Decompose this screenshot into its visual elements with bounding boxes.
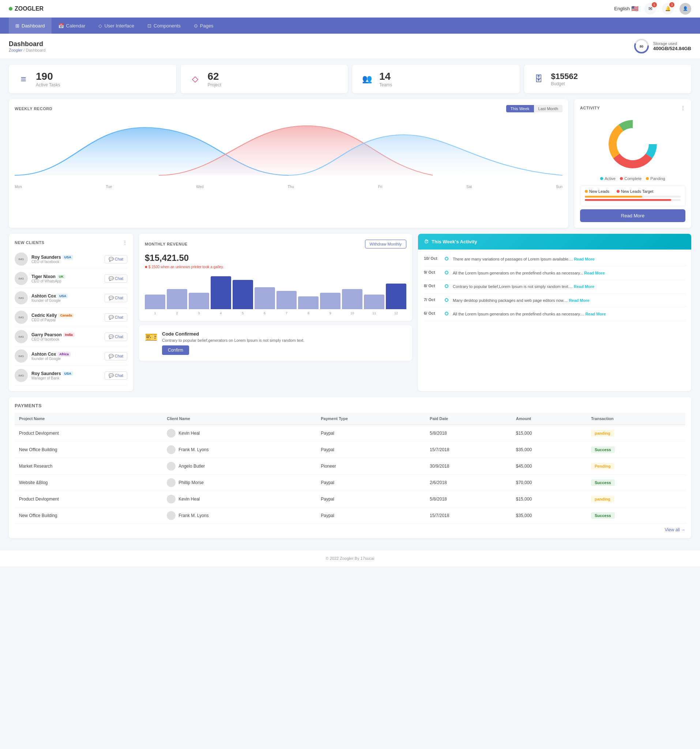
svg-text:80: 80 bbox=[640, 44, 643, 48]
nav-user-interface[interactable]: ◇ User Interface bbox=[92, 18, 141, 34]
weekly-header: WEEKLY RECORD This Week Last Month bbox=[15, 105, 563, 112]
table-row: New Office Building Frank M. Lyons Paypa… bbox=[15, 507, 685, 524]
mail-button[interactable]: ✉ 5 bbox=[644, 3, 656, 15]
logo-icon bbox=[9, 7, 12, 11]
activity-text-5: All the Lorem Ipsum generators on the pr… bbox=[453, 311, 606, 317]
bar-12 bbox=[386, 284, 406, 309]
stat-tasks-value: 190 bbox=[36, 70, 60, 83]
chat-btn-2[interactable]: 💬 Chat bbox=[105, 274, 127, 283]
new-leads-target-label: New Leads Target bbox=[621, 189, 653, 194]
country-badge-5: India bbox=[63, 333, 75, 337]
stat-budget-label: Budget bbox=[551, 81, 578, 86]
chat-btn-3[interactable]: 💬 Chat bbox=[105, 294, 127, 302]
flag-icon: 🇺🇸 bbox=[631, 5, 639, 12]
bar-11 bbox=[364, 295, 384, 309]
nav-pages[interactable]: ⊙ Pages bbox=[187, 18, 220, 34]
cell-client: Phillip Morse bbox=[162, 475, 316, 491]
cell-amount: $15,000 bbox=[512, 425, 587, 442]
nav-dashboard[interactable]: ⊞ Dashboard bbox=[9, 18, 52, 34]
col-transaction: Transaction bbox=[587, 413, 685, 425]
calendar-nav-icon: 📅 bbox=[58, 23, 64, 29]
this-week-title: This Week's Activity bbox=[432, 239, 477, 245]
this-week-activity: ⏱ This Week's Activity 10/ Oct There are… bbox=[418, 234, 691, 391]
chat-btn-4[interactable]: 💬 Chat bbox=[105, 313, 127, 322]
revenue-note: ■ $ 1500 when an unknown printer took a … bbox=[145, 264, 406, 269]
app-name: ZOOGLER bbox=[15, 6, 44, 12]
read-more-button[interactable]: Read More bbox=[580, 209, 685, 222]
activity-read-more-2[interactable]: Read More bbox=[584, 271, 605, 275]
day-labels: Mon Tue Wed Thu Fri Sat Sun bbox=[15, 183, 563, 189]
notification-button[interactable]: 🔔 3 bbox=[662, 3, 674, 15]
stat-project-label: Project bbox=[208, 83, 221, 87]
cell-payment-type: Paypal bbox=[316, 475, 425, 491]
view-all-link[interactable]: View all → bbox=[665, 527, 685, 532]
activity-text-3: Contrary to popular belief,Lorem Ipsum i… bbox=[453, 284, 594, 290]
svg-point-7 bbox=[620, 131, 645, 157]
activity-read-more-5[interactable]: Read More bbox=[585, 312, 605, 316]
nav-calendar[interactable]: 📅 Calendar bbox=[52, 18, 92, 34]
cell-amount: $45,000 bbox=[512, 458, 587, 475]
bar-8 bbox=[298, 297, 319, 309]
nav-components[interactable]: ⊡ Components bbox=[141, 18, 187, 34]
cell-status: Success bbox=[587, 442, 685, 458]
footer-text: © 2022 Zoogler By 17sucai bbox=[326, 556, 375, 561]
activity-read-more-4[interactable]: Read More bbox=[569, 298, 589, 303]
language-selector[interactable]: English 🇺🇸 bbox=[614, 5, 639, 12]
ui-nav-icon: ◇ bbox=[98, 23, 102, 29]
cell-amount: $35,000 bbox=[512, 507, 587, 524]
storage-label: Storage used bbox=[653, 41, 677, 46]
complete-dot bbox=[620, 177, 623, 180]
cell-project: New Office Building bbox=[15, 442, 162, 458]
nav-dashboard-label: Dashboard bbox=[21, 23, 45, 29]
clients-list: IMG Roy Saunders USA CEO of facebook 💬 C… bbox=[15, 249, 127, 385]
activity-header: ACTIVITY ⋮ bbox=[580, 105, 685, 110]
user-avatar[interactable]: 👤 bbox=[680, 3, 691, 15]
activity-text-2: All the Lorem Ipsum generators on the pr… bbox=[453, 270, 605, 276]
breadcrumb-home[interactable]: Zoogler bbox=[9, 48, 22, 52]
bar-7 bbox=[276, 291, 297, 309]
nav-ui-label: User Interface bbox=[104, 23, 134, 29]
mail-icon: ✉ bbox=[648, 6, 653, 11]
leads-bar-fill1 bbox=[585, 196, 642, 197]
chat-btn-7[interactable]: 💬 Chat bbox=[105, 371, 127, 380]
last-month-btn[interactable]: Last Month bbox=[534, 105, 563, 112]
cell-amount: $35,000 bbox=[512, 442, 587, 458]
client-info-1: Roy Saunders USA CEO of facebook bbox=[32, 255, 101, 264]
clients-menu-icon[interactable]: ⋮ bbox=[122, 240, 127, 245]
chat-btn-1[interactable]: 💬 Chat bbox=[105, 255, 127, 263]
cell-date: 30/9/2018 bbox=[425, 458, 512, 475]
cell-payment-type: Paypal bbox=[316, 491, 425, 507]
this-week-btn[interactable]: This Week bbox=[506, 105, 534, 112]
client-info-2: Tiger Nixon UK CEO of WhatsApp bbox=[32, 274, 101, 283]
activity-read-more-3[interactable]: Read More bbox=[574, 284, 594, 289]
col-project: Project Name bbox=[15, 413, 162, 425]
chat-btn-5[interactable]: 💬 Chat bbox=[105, 333, 127, 341]
cell-date: 5/8/2018 bbox=[425, 491, 512, 507]
stat-project: ◇ 62 Project bbox=[181, 65, 348, 93]
client-avatar-6: IMG bbox=[15, 349, 28, 362]
activity-date-1: 10/ Oct bbox=[424, 256, 440, 262]
activity-read-more-1[interactable]: Read More bbox=[574, 257, 594, 261]
client-info-6: Ashton Cox Africa founder of Google bbox=[32, 352, 101, 361]
client-name-7: Roy Saunders USA bbox=[32, 371, 101, 376]
confirm-icon: 🎫 bbox=[145, 331, 158, 343]
new-leads-target-dot bbox=[617, 190, 619, 193]
activity-date-3: 8/ Oct bbox=[424, 284, 440, 290]
storage-text: Storage used 400GB/524.84GB bbox=[653, 41, 691, 51]
activity-title: ACTIVITY bbox=[580, 106, 600, 110]
revenue-bar-chart bbox=[145, 273, 406, 309]
country-badge-1: USA bbox=[63, 255, 73, 260]
withdraw-button[interactable]: Withdraw Monthly bbox=[365, 240, 406, 248]
client-avatar-7: IMG bbox=[15, 369, 28, 382]
chat-btn-6[interactable]: 💬 Chat bbox=[105, 352, 127, 361]
bar-1 bbox=[145, 295, 165, 309]
activity-menu-icon[interactable]: ⋮ bbox=[681, 105, 685, 110]
main-content: ≡ 190 Active Tasks ◇ 62 Project 👥 14 Tea… bbox=[0, 59, 700, 550]
confirm-button[interactable]: Confirm bbox=[162, 345, 189, 355]
client-row-3: IMG Ashton Cox USA founder of Google 💬 C… bbox=[15, 288, 127, 308]
client-name-6: Ashton Cox Africa bbox=[32, 352, 101, 357]
client-role-2: CEO of WhatsApp bbox=[32, 279, 101, 283]
client-row-5: IMG Garry Pearson India CEO of facebook … bbox=[15, 327, 127, 347]
table-row: Product Devlopment Kevin Heal Paypal 5/8… bbox=[15, 491, 685, 507]
bar-9 bbox=[320, 293, 340, 309]
